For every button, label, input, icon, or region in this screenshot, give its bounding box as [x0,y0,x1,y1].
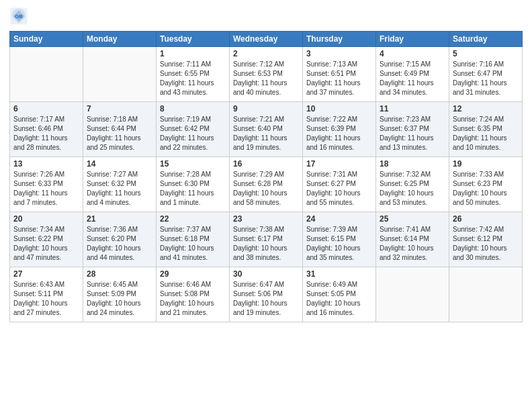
day-info: Sunrise: 6:47 AM Sunset: 5:06 PM Dayligh… [233,280,299,318]
day-info: Sunrise: 7:27 AM Sunset: 6:32 PM Dayligh… [87,170,152,208]
calendar-cell [10,47,83,102]
calendar-cell: 9Sunrise: 7:21 AM Sunset: 6:40 PM Daylig… [230,102,303,157]
day-info: Sunrise: 7:21 AM Sunset: 6:40 PM Dayligh… [233,115,299,152]
day-number: 24 [306,214,372,224]
day-number: 16 [233,159,299,169]
day-info: Sunrise: 7:36 AM Sunset: 6:20 PM Dayligh… [87,225,152,263]
calendar-cell: 19Sunrise: 7:33 AM Sunset: 6:23 PM Dayli… [449,157,523,212]
svg-text:GB: GB [15,13,23,19]
day-info: Sunrise: 7:18 AM Sunset: 6:44 PM Dayligh… [87,115,152,152]
calendar-cell: 21Sunrise: 7:36 AM Sunset: 6:20 PM Dayli… [83,212,157,267]
calendar-cell: 16Sunrise: 7:29 AM Sunset: 6:28 PM Dayli… [230,157,303,212]
day-number: 21 [87,214,152,224]
day-number: 15 [160,159,226,169]
calendar-cell: 12Sunrise: 7:24 AM Sunset: 6:35 PM Dayli… [449,102,523,157]
calendar-cell: 27Sunrise: 6:43 AM Sunset: 5:11 PM Dayli… [10,267,83,322]
day-number: 2 [233,49,299,58]
day-info: Sunrise: 7:41 AM Sunset: 6:14 PM Dayligh… [380,225,445,263]
day-info: Sunrise: 7:32 AM Sunset: 6:25 PM Dayligh… [380,170,445,208]
calendar-cell: 31Sunrise: 6:49 AM Sunset: 5:05 PM Dayli… [303,267,376,322]
calendar-cell: 26Sunrise: 7:42 AM Sunset: 6:12 PM Dayli… [449,212,523,267]
calendar-cell: 10Sunrise: 7:22 AM Sunset: 6:39 PM Dayli… [303,102,376,157]
day-number: 19 [453,159,519,169]
day-number: 3 [306,49,372,58]
day-number: 18 [380,159,445,169]
calendar-cell: 15Sunrise: 7:28 AM Sunset: 6:30 PM Dayli… [157,157,230,212]
calendar-cell: 25Sunrise: 7:41 AM Sunset: 6:14 PM Dayli… [376,212,449,267]
calendar-cell: 4Sunrise: 7:15 AM Sunset: 6:49 PM Daylig… [376,47,449,102]
page: GB SundayMondayTuesdayWednesdayThursdayF… [0,0,532,411]
day-info: Sunrise: 7:29 AM Sunset: 6:28 PM Dayligh… [233,170,299,208]
calendar-cell: 18Sunrise: 7:32 AM Sunset: 6:25 PM Dayli… [376,157,449,212]
day-number: 27 [13,269,79,279]
day-info: Sunrise: 7:17 AM Sunset: 6:46 PM Dayligh… [13,115,79,152]
day-number: 14 [87,159,152,169]
calendar-cell [83,47,157,102]
week-row-2: 6Sunrise: 7:17 AM Sunset: 6:46 PM Daylig… [10,102,523,157]
calendar-cell: 28Sunrise: 6:45 AM Sunset: 5:09 PM Dayli… [83,267,157,322]
day-info: Sunrise: 7:28 AM Sunset: 6:30 PM Dayligh… [160,170,226,208]
calendar-cell: 14Sunrise: 7:27 AM Sunset: 6:32 PM Dayli… [83,157,157,212]
day-info: Sunrise: 7:11 AM Sunset: 6:55 PM Dayligh… [160,60,226,97]
day-info: Sunrise: 7:23 AM Sunset: 6:37 PM Dayligh… [380,115,445,152]
calendar-cell [376,267,449,322]
day-number: 30 [233,269,299,279]
day-number: 25 [380,214,445,224]
day-info: Sunrise: 7:26 AM Sunset: 6:33 PM Dayligh… [13,170,79,208]
day-info: Sunrise: 7:13 AM Sunset: 6:51 PM Dayligh… [306,60,372,97]
day-info: Sunrise: 7:16 AM Sunset: 6:47 PM Dayligh… [453,60,519,97]
day-info: Sunrise: 7:24 AM Sunset: 6:35 PM Dayligh… [453,115,519,152]
day-number: 29 [160,269,226,279]
day-header-tuesday: Tuesday [157,32,230,47]
day-number: 13 [13,159,79,169]
calendar-cell: 5Sunrise: 7:16 AM Sunset: 6:47 PM Daylig… [449,47,523,102]
day-number: 7 [87,104,152,113]
week-row-1: 1Sunrise: 7:11 AM Sunset: 6:55 PM Daylig… [10,47,523,102]
day-info: Sunrise: 7:19 AM Sunset: 6:42 PM Dayligh… [160,115,226,152]
day-info: Sunrise: 7:39 AM Sunset: 6:15 PM Dayligh… [306,225,372,263]
day-header-saturday: Saturday [449,32,523,47]
week-row-4: 20Sunrise: 7:34 AM Sunset: 6:22 PM Dayli… [10,212,523,267]
day-info: Sunrise: 6:43 AM Sunset: 5:11 PM Dayligh… [13,280,79,318]
day-info: Sunrise: 7:12 AM Sunset: 6:53 PM Dayligh… [233,60,299,97]
calendar-cell: 24Sunrise: 7:39 AM Sunset: 6:15 PM Dayli… [303,212,376,267]
day-info: Sunrise: 7:15 AM Sunset: 6:49 PM Dayligh… [380,60,445,97]
day-info: Sunrise: 7:31 AM Sunset: 6:27 PM Dayligh… [306,170,372,208]
calendar: SundayMondayTuesdayWednesdayThursdayFrid… [9,31,523,322]
day-number: 1 [160,49,226,58]
day-info: Sunrise: 7:33 AM Sunset: 6:23 PM Dayligh… [453,170,519,208]
day-number: 9 [233,104,299,113]
day-header-wednesday: Wednesday [230,32,303,47]
calendar-cell: 3Sunrise: 7:13 AM Sunset: 6:51 PM Daylig… [303,47,376,102]
logo: GB [9,7,30,26]
calendar-cell: 17Sunrise: 7:31 AM Sunset: 6:27 PM Dayli… [303,157,376,212]
header: GB [9,7,523,26]
day-info: Sunrise: 7:42 AM Sunset: 6:12 PM Dayligh… [453,225,519,263]
week-row-5: 27Sunrise: 6:43 AM Sunset: 5:11 PM Dayli… [10,267,523,322]
logo-icon: GB [9,7,28,26]
day-number: 17 [306,159,372,169]
calendar-cell [449,267,523,322]
calendar-cell: 2Sunrise: 7:12 AM Sunset: 6:53 PM Daylig… [230,47,303,102]
calendar-header-row: SundayMondayTuesdayWednesdayThursdayFrid… [10,32,523,47]
day-number: 6 [13,104,79,113]
calendar-cell: 23Sunrise: 7:38 AM Sunset: 6:17 PM Dayli… [230,212,303,267]
day-header-monday: Monday [83,32,157,47]
day-info: Sunrise: 6:45 AM Sunset: 5:09 PM Dayligh… [87,280,152,318]
day-number: 20 [13,214,79,224]
day-header-sunday: Sunday [10,32,83,47]
day-number: 22 [160,214,226,224]
calendar-cell: 13Sunrise: 7:26 AM Sunset: 6:33 PM Dayli… [10,157,83,212]
calendar-cell: 6Sunrise: 7:17 AM Sunset: 6:46 PM Daylig… [10,102,83,157]
day-number: 12 [453,104,519,113]
day-number: 10 [306,104,372,113]
day-number: 5 [453,49,519,58]
calendar-cell: 29Sunrise: 6:46 AM Sunset: 5:08 PM Dayli… [157,267,230,322]
week-row-3: 13Sunrise: 7:26 AM Sunset: 6:33 PM Dayli… [10,157,523,212]
day-number: 26 [453,214,519,224]
day-info: Sunrise: 6:49 AM Sunset: 5:05 PM Dayligh… [306,280,372,318]
calendar-cell: 11Sunrise: 7:23 AM Sunset: 6:37 PM Dayli… [376,102,449,157]
day-info: Sunrise: 6:46 AM Sunset: 5:08 PM Dayligh… [160,280,226,318]
day-number: 8 [160,104,226,113]
day-info: Sunrise: 7:38 AM Sunset: 6:17 PM Dayligh… [233,225,299,263]
